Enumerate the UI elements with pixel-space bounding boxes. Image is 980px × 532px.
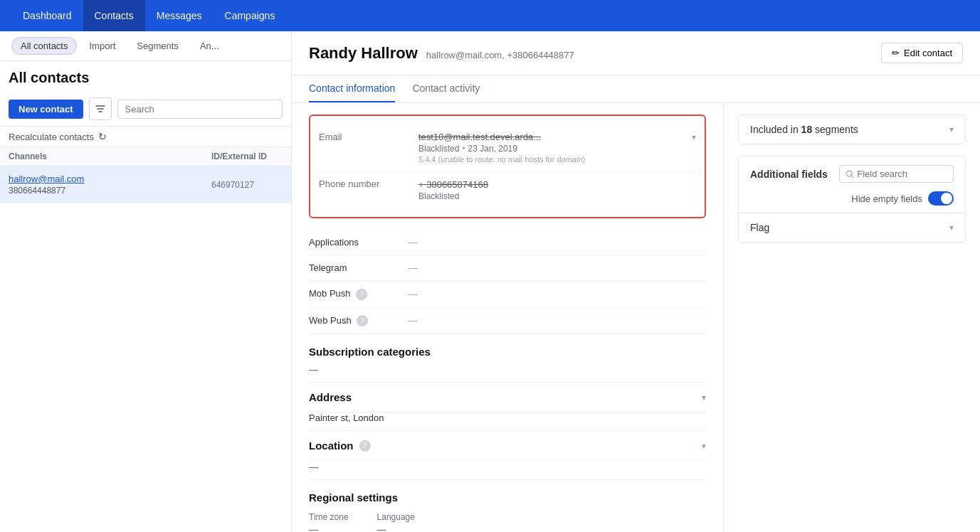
page-title: All contacts xyxy=(0,61,291,92)
hide-empty-toggle[interactable] xyxy=(928,191,954,206)
flag-title: Flag xyxy=(750,222,769,233)
mob-push-help-icon: ? xyxy=(356,289,367,300)
search-input[interactable] xyxy=(117,100,283,119)
field-search-input[interactable] xyxy=(857,169,947,179)
subscription-section: Subscription categories — xyxy=(309,334,706,383)
applications-row: Applications — xyxy=(309,230,706,255)
blacklisted-date: 23 Jan, 2019 xyxy=(468,144,517,154)
channels-section: Applications — Telegram — Mob Push ? — xyxy=(309,230,706,334)
subscription-value: — xyxy=(309,364,318,375)
detail-right: Included in 18 segments ▾ Additional fie… xyxy=(724,103,980,532)
contact-name: Randy Hallrow xyxy=(309,44,418,63)
location-collapsible[interactable]: Location ? ▾ xyxy=(309,431,706,461)
contact-phone: 380664448877 xyxy=(9,186,65,196)
address-title: Address xyxy=(309,391,352,403)
address-chevron-icon: ▾ xyxy=(702,393,706,403)
applications-value: — xyxy=(409,237,706,248)
tab-all-contacts[interactable]: All contacts xyxy=(11,37,77,55)
contact-name-row: Randy Hallrow hallrow@mail.com, +3806644… xyxy=(309,44,574,63)
address-collapsible[interactable]: Address ▾ xyxy=(309,383,706,413)
flag-chevron-icon: ▾ xyxy=(949,223,954,233)
search-icon xyxy=(845,169,854,179)
flag-header[interactable]: Flag ▾ xyxy=(739,213,965,242)
recalculate-label: Recalculate contacts xyxy=(9,132,94,142)
address-value: Painter st, London xyxy=(309,413,706,431)
web-push-row: Web Push ? — xyxy=(309,308,706,335)
main-layout: All contacts Import Segments An... All c… xyxy=(0,31,980,532)
field-search-wrap xyxy=(839,165,954,183)
time-zone-value: — xyxy=(309,524,318,532)
web-push-help-icon: ? xyxy=(357,315,368,326)
flag-section: Flag ▾ xyxy=(739,213,965,242)
language-col: Language — xyxy=(377,512,415,532)
tab-contact-activity[interactable]: Contact activity xyxy=(412,75,480,102)
tab-more[interactable]: An... xyxy=(191,37,228,55)
regional-section: Regional settings Time zone — Language — xyxy=(309,480,706,532)
contact-meta: hallrow@mail.com, +380664448877 xyxy=(426,50,574,60)
email-label: Email xyxy=(319,132,418,142)
time-zone-col: Time zone — xyxy=(309,512,349,532)
phone-value: + 380665874168 xyxy=(418,179,488,190)
segments-header[interactable]: Included in 18 segments ▾ xyxy=(739,115,965,144)
applications-label: Applications xyxy=(309,237,409,248)
address-section: Address ▾ Painter st, London xyxy=(309,383,706,431)
location-title: Location xyxy=(309,440,354,452)
email-value-col: test10@mail.test.devel.arda... ▾ Blackli… xyxy=(418,132,696,164)
segments-count: 18 xyxy=(801,124,815,135)
email-field-row: Email test10@mail.test.devel.arda... ▾ B… xyxy=(319,124,696,171)
language-label: Language xyxy=(377,512,415,522)
nav-campaigns[interactable]: Campaigns xyxy=(214,0,287,31)
phone-value-col: + 380665874168 Blacklisted xyxy=(418,179,696,201)
blacklisted-badge: Blacklisted xyxy=(418,144,459,154)
mob-push-row: Mob Push ? — xyxy=(309,281,706,308)
contact-email: hallrow@mail.com xyxy=(9,174,211,184)
location-chevron-icon: ▾ xyxy=(702,441,706,451)
tab-import[interactable]: Import xyxy=(80,37,125,55)
filter-button[interactable] xyxy=(89,97,112,120)
edit-contact-button[interactable]: ✏ Edit contact xyxy=(881,43,963,63)
sub-tabs: All contacts Import Segments An... xyxy=(0,31,291,61)
regional-title: Regional settings xyxy=(309,480,706,509)
segments-title: Included in 18 segments xyxy=(750,124,858,135)
email-dropdown-icon[interactable]: ▾ xyxy=(692,132,696,142)
segments-section: Included in 18 segments ▾ xyxy=(738,115,966,144)
mob-push-value: — xyxy=(409,289,706,299)
dot-separator: • xyxy=(462,144,465,154)
nav-dashboard[interactable]: Dashboard xyxy=(11,0,83,31)
right-panel: Randy Hallrow hallrow@mail.com, +3806644… xyxy=(292,31,980,532)
hide-empty-label: Hide empty fields xyxy=(851,193,922,204)
segments-chevron-icon: ▾ xyxy=(949,124,954,134)
location-help-icon: ? xyxy=(359,440,371,452)
contact-info: hallrow@mail.com 380664448877 xyxy=(9,174,211,196)
email-value: test10@mail.test.devel.arda... xyxy=(418,132,541,142)
email-error: 5.4.4 (unable to route: no mail hosts fo… xyxy=(418,155,696,164)
detail-left: Email test10@mail.test.devel.arda... ▾ B… xyxy=(292,103,724,532)
web-push-label: Web Push ? xyxy=(309,315,409,327)
left-panel: All contacts Import Segments An... All c… xyxy=(0,31,292,532)
tab-contact-information[interactable]: Contact information xyxy=(309,75,395,102)
mob-push-label: Mob Push ? xyxy=(309,288,409,300)
tab-segments[interactable]: Segments xyxy=(127,37,188,55)
new-contact-button[interactable]: New contact xyxy=(9,100,83,119)
blacklisted-row: Blacklisted • 23 Jan, 2019 xyxy=(418,144,696,154)
refresh-icon[interactable]: ↻ xyxy=(98,131,107,142)
segments-prefix: Included in xyxy=(750,124,799,135)
telegram-label: Telegram xyxy=(309,262,409,273)
hide-empty-row: Hide empty fields xyxy=(739,191,965,213)
additional-section: Additional fields Hide empty fields xyxy=(738,156,966,243)
contact-list-item[interactable]: hallrow@mail.com 380664448877 646970127 xyxy=(0,166,291,203)
language-value: — xyxy=(377,524,386,532)
nav-contacts[interactable]: Contacts xyxy=(83,0,145,31)
web-push-value: — xyxy=(409,315,706,326)
phone-label: Phone number xyxy=(319,179,418,189)
contact-id: 646970127 xyxy=(211,180,283,190)
time-zone-label: Time zone xyxy=(309,512,349,522)
nav-messages[interactable]: Messages xyxy=(145,0,214,31)
phone-field-row: Phone number + 380665874168 Blacklisted xyxy=(319,171,696,208)
segments-suffix: segments xyxy=(815,124,858,135)
phone-blacklisted-row: Blacklisted xyxy=(418,191,696,201)
edit-contact-label: Edit contact xyxy=(904,48,952,58)
filter-icon xyxy=(95,104,105,114)
email-section: Email test10@mail.test.devel.arda... ▾ B… xyxy=(309,115,706,218)
toggle-knob xyxy=(941,193,952,204)
